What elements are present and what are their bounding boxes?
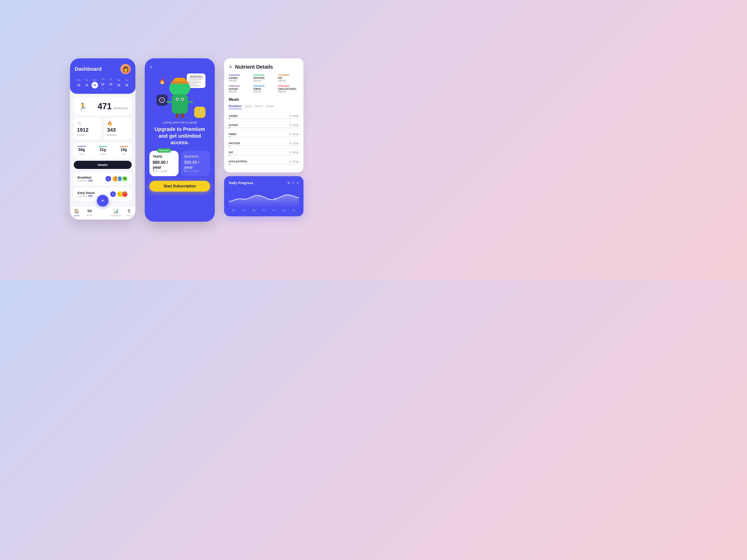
nav-more[interactable]: ⠿ More [122,209,135,217]
eaten-card: 🍴 1912 EATEN [74,117,102,139]
tab-lunch[interactable]: Lunch [244,105,252,109]
dashboard-title: Dashboard [75,66,102,72]
nutrient-title: Nutrient Details [235,64,273,70]
nav-foods-label: Foods [86,214,93,216]
nutrient-details-card: ✕ Nutrient Details CARBS 84g left PROTEI… [224,58,304,172]
nutrient-close-button[interactable]: ✕ [229,64,232,70]
quarterly-plan-card[interactable]: Quarterly $50.00 / year $6.67 / month [181,151,210,176]
fork-knife-icon: 🍴 [77,121,98,126]
avatar[interactable]: 👩 [121,64,131,74]
eaten-number: 1912 [77,127,98,133]
nav-fab-placeholder [96,209,109,217]
nutrient-fat: FAT 19g left [278,75,299,82]
carbs-indicator [229,75,240,75]
carbs-g: 84g [78,148,85,152]
snack-add-button[interactable]: + [110,191,116,197]
chart-label-tu: Tu [239,209,249,212]
day-mon[interactable]: Mon 10 [75,79,83,88]
meals-section: Meals Breakfast Lunch Dinner Snack CARBS… [229,98,299,167]
day-wed[interactable]: Wed 12 [91,79,99,88]
day-fri-dot [110,88,111,89]
meal-carbs-row: CARBS 0 / 200g [229,112,299,122]
chart-label-we: We [249,209,259,212]
progress-chart [229,189,299,207]
breakfast-calories: Calories: 500 [77,179,93,182]
tab-breakfast[interactable]: Breakfast [229,105,241,109]
remaining-label: REMAINING [113,107,128,110]
dashboard-screen: Dashboard 👩 Mon 10 Tue 11 Wed 12 Thu [70,58,135,219]
eaten-label: EATEN [77,134,98,136]
nav-foods[interactable]: 🍽 Foods [83,209,96,217]
meal-fiber-row: FIBER 0 / 200g [229,131,299,140]
day-sat[interactable]: Sat 15 [114,79,123,88]
day-thu[interactable]: Thu 13 [99,78,107,89]
dashboard-header: Dashboard 👩 Mon 10 Tue 11 Wed 12 Thu [70,58,135,94]
upgrade-close-button[interactable]: ✕ [149,65,152,69]
quarterly-plan-name: Quarterly [184,155,207,158]
carbs-progress-bar [229,118,299,119]
meal-img-3: 🥦 [121,176,128,182]
chart-labels: Mo Tu We Th Fr Sa Su [229,209,299,212]
chart-fill [229,195,299,207]
nav-challenges[interactable]: 📊 Challenges [109,209,122,217]
day-sun[interactable]: Sun 16 [123,79,131,88]
meal-cholesterol-name: CHOLESTEROL [229,160,248,163]
day-row: Mon 10 Tue 11 Wed 12 Thu 13 Fri [75,78,131,89]
start-subscription-button[interactable]: Start Subscription [149,181,210,192]
day-tue-num: 11 [83,82,90,88]
day-wed-num: 12 [92,82,98,88]
fab-button[interactable]: + [97,195,108,207]
protein-progress-fill [229,145,230,146]
tab-snack[interactable]: Snack [266,105,274,109]
day-fri[interactable]: Fri 14 [107,78,114,89]
period-m[interactable]: M [297,182,299,184]
fat-indicator [278,75,289,75]
meals-title: Meals [229,98,299,102]
snack-calories: Calories: 500 [77,195,95,197]
day-tue[interactable]: Tue 11 [83,79,91,88]
day-mon-num: 10 [75,82,82,88]
upgrade-illustration: 🔥 [154,71,205,118]
protein-label: Protein [99,153,106,155]
day-thu-num: 13 [99,81,106,87]
period-w[interactable]: W [292,182,294,184]
sugar-progress-bar [229,127,299,128]
progress-header: Daily Progress D W M [229,181,299,185]
breakfast-add-button[interactable]: + [105,176,111,182]
meal-fat-row: FAT 0 / 200g [229,149,299,158]
quarterly-plan-price: $50.00 / year [184,160,207,170]
fiber-progress-bar [229,136,299,137]
burned-number: 343 [107,127,128,133]
cholesterol-progress-fill [229,164,230,164]
details-button[interactable]: Details [74,161,132,169]
chart-label-th: Th [259,209,269,212]
day-wed-label: Wed [93,79,97,81]
daily-progress-card: Daily Progress D W M [224,176,304,216]
breakfast-images: + 🍊 🫐 🥦 [105,176,128,182]
dashboard-body: 🏃 471 REMAINING 🍴 1912 EATEN 🔥 343 BURNE… [70,94,135,207]
fiber-progress-fill [229,136,230,137]
day-sat-num: 15 [115,82,122,88]
period-tabs: D W M [288,182,299,184]
day-sun-num: 16 [124,82,130,88]
fiber-indicator [253,86,264,86]
yearly-plan-sub: $6.67 / month [153,170,175,172]
upgrade-screen: ✕ 🔥 [145,58,215,222]
period-d[interactable]: D [288,182,289,184]
nutrient-carbs: CARBS 84g left [229,75,250,82]
meal-tabs: Breakfast Lunch Dinner Snack [229,105,299,109]
fire-float-icon: 🔥 [156,76,168,87]
fat-label: Fat [122,153,125,155]
snack-images: + 🍋 🍅 [110,191,128,197]
nav-home[interactable]: 🏠 Home [70,209,83,217]
chart-label-su: Su [289,209,299,212]
nutrient-fiber: FIBER 31g left [253,86,274,93]
meal-fat-name: FAT [229,151,233,154]
plan-row: Save 60% Yearly $80.00 / year $6.67 / mo… [149,151,210,176]
yearly-plan-card[interactable]: Save 60% Yearly $80.00 / year $6.67 / mo… [149,151,179,176]
protein-bar [99,146,107,147]
tab-dinner[interactable]: Dinner [255,105,263,109]
day-sat-label: Sat [117,79,121,81]
meal-fat-value: 0 / 200g [289,151,299,154]
chart-area [229,189,299,207]
